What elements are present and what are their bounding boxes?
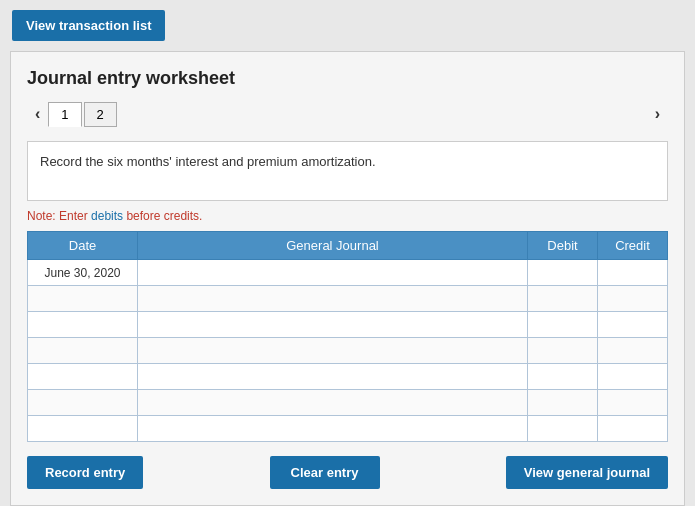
debit-input[interactable] (534, 370, 591, 384)
cell-date[interactable] (28, 390, 138, 416)
date-input[interactable] (34, 422, 131, 436)
pagination: ‹ 1 2 › (27, 101, 668, 127)
note-suffix: before credits. (123, 209, 202, 223)
credit-input[interactable] (604, 292, 661, 306)
journal-input[interactable] (144, 422, 521, 436)
journal-input[interactable] (144, 396, 521, 410)
table-header-row: Date General Journal Debit Credit (28, 232, 668, 260)
buttons-row: Record entry Clear entry View general jo… (27, 456, 668, 489)
table-row (28, 390, 668, 416)
journal-input[interactable] (144, 292, 521, 306)
credit-input[interactable] (604, 370, 661, 384)
cell-debit[interactable] (528, 260, 598, 286)
record-entry-button[interactable]: Record entry (27, 456, 143, 489)
cell-debit[interactable] (528, 338, 598, 364)
view-general-journal-button[interactable]: View general journal (506, 456, 668, 489)
cell-journal[interactable] (138, 260, 528, 286)
table-row (28, 364, 668, 390)
table-row (28, 312, 668, 338)
date-input[interactable] (34, 370, 131, 384)
date-input[interactable] (34, 396, 131, 410)
main-container: Journal entry worksheet ‹ 1 2 › Record t… (10, 51, 685, 506)
cell-date[interactable] (28, 312, 138, 338)
date-input[interactable] (34, 344, 131, 358)
cell-date[interactable]: June 30, 2020 (28, 260, 138, 286)
journal-input[interactable] (144, 318, 521, 332)
cell-credit[interactable] (598, 364, 668, 390)
cell-credit[interactable] (598, 260, 668, 286)
next-page-button[interactable]: › (647, 101, 668, 127)
prev-page-button[interactable]: ‹ (27, 101, 48, 127)
cell-credit[interactable] (598, 390, 668, 416)
date-input[interactable] (34, 292, 131, 306)
credit-input[interactable] (604, 266, 661, 280)
table-row (28, 338, 668, 364)
cell-debit[interactable] (528, 416, 598, 442)
table-row (28, 416, 668, 442)
credit-input[interactable] (604, 318, 661, 332)
header-general-journal: General Journal (138, 232, 528, 260)
page-tab-1[interactable]: 1 (48, 102, 81, 127)
credit-input[interactable] (604, 422, 661, 436)
clear-entry-button[interactable]: Clear entry (270, 456, 380, 489)
page-tab-2[interactable]: 2 (84, 102, 117, 127)
debit-input[interactable] (534, 292, 591, 306)
cell-debit[interactable] (528, 390, 598, 416)
cell-date[interactable] (28, 286, 138, 312)
cell-debit[interactable] (528, 312, 598, 338)
date-input[interactable] (34, 318, 131, 332)
debit-input[interactable] (534, 266, 591, 280)
cell-journal[interactable] (138, 390, 528, 416)
cell-journal[interactable] (138, 312, 528, 338)
debit-input[interactable] (534, 318, 591, 332)
cell-debit[interactable] (528, 286, 598, 312)
description-text: Record the six months' interest and prem… (40, 154, 376, 169)
journal-table: Date General Journal Debit Credit June 3… (27, 231, 668, 442)
note-text: Note: Enter debits before credits. (27, 209, 668, 223)
debit-input[interactable] (534, 422, 591, 436)
debit-input[interactable] (534, 396, 591, 410)
credit-input[interactable] (604, 396, 661, 410)
description-box: Record the six months' interest and prem… (27, 141, 668, 201)
header-date: Date (28, 232, 138, 260)
journal-input[interactable] (144, 266, 521, 280)
debit-input[interactable] (534, 344, 591, 358)
cell-date[interactable] (28, 416, 138, 442)
cell-journal[interactable] (138, 286, 528, 312)
cell-credit[interactable] (598, 286, 668, 312)
cell-debit[interactable] (528, 364, 598, 390)
journal-input[interactable] (144, 344, 521, 358)
cell-date[interactable] (28, 338, 138, 364)
cell-credit[interactable] (598, 416, 668, 442)
table-row (28, 286, 668, 312)
cell-date[interactable] (28, 364, 138, 390)
cell-credit[interactable] (598, 338, 668, 364)
cell-journal[interactable] (138, 416, 528, 442)
cell-journal[interactable] (138, 338, 528, 364)
note-blue-word: debits (91, 209, 123, 223)
cell-journal[interactable] (138, 364, 528, 390)
cell-credit[interactable] (598, 312, 668, 338)
note-prefix: Note: Enter (27, 209, 91, 223)
header-debit: Debit (528, 232, 598, 260)
view-transaction-button[interactable]: View transaction list (12, 10, 165, 41)
journal-input[interactable] (144, 370, 521, 384)
top-bar: View transaction list (0, 0, 695, 51)
table-row: June 30, 2020 (28, 260, 668, 286)
header-credit: Credit (598, 232, 668, 260)
worksheet-title: Journal entry worksheet (27, 68, 668, 89)
credit-input[interactable] (604, 344, 661, 358)
